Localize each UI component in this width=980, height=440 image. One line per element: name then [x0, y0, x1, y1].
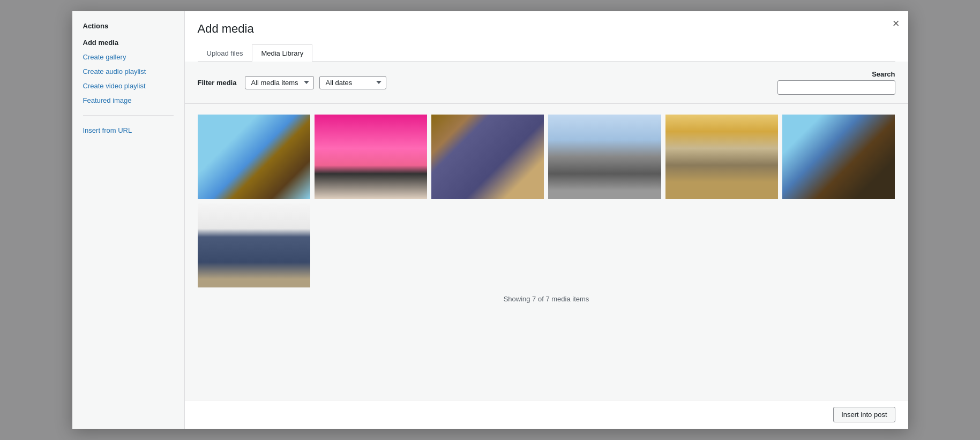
- main-header: Add media Upload files Media Library: [185, 11, 908, 62]
- modal-footer: Insert into post: [185, 400, 908, 429]
- media-item[interactable]: [315, 115, 427, 199]
- modal-body: Actions Add media Create gallery Create …: [72, 11, 908, 429]
- media-grid: [198, 115, 895, 287]
- media-type-filter[interactable]: All media items Images Audio Video Docum…: [245, 76, 314, 89]
- media-item[interactable]: [548, 115, 661, 199]
- media-item[interactable]: [198, 203, 310, 288]
- media-status: Showing 7 of 7 media items: [198, 287, 895, 310]
- sidebar-divider: [83, 115, 174, 116]
- media-item[interactable]: [198, 115, 310, 199]
- date-filter[interactable]: All dates January 2024 February 2024 Mar…: [319, 76, 386, 89]
- main-content: Add media Upload files Media Library Fil…: [185, 11, 908, 429]
- sidebar-item-insert-from-url[interactable]: Insert from URL: [72, 123, 184, 138]
- media-item[interactable]: [665, 115, 778, 199]
- search-input[interactable]: [777, 80, 895, 95]
- tab-media-library[interactable]: Media Library: [252, 44, 312, 62]
- insert-into-post-button[interactable]: Insert into post: [833, 407, 895, 422]
- sidebar-item-create-gallery[interactable]: Create gallery: [72, 50, 184, 64]
- search-section: Search: [777, 70, 895, 95]
- close-button[interactable]: ×: [893, 18, 900, 29]
- media-item[interactable]: [782, 115, 895, 199]
- filter-bar: Filter media All media items Images Audi…: [185, 62, 908, 104]
- sidebar: Actions Add media Create gallery Create …: [72, 11, 185, 429]
- page-title: Add media: [198, 22, 895, 36]
- filter-label: Filter media: [198, 79, 237, 87]
- sidebar-item-featured-image[interactable]: Featured image: [72, 93, 184, 108]
- tab-upload-files[interactable]: Upload files: [198, 44, 252, 62]
- modal-overlay: × Actions Add media Create gallery Creat…: [0, 0, 980, 440]
- search-label: Search: [872, 70, 895, 78]
- add-media-modal: × Actions Add media Create gallery Creat…: [72, 11, 908, 429]
- sidebar-item-create-video-playlist[interactable]: Create video playlist: [72, 79, 184, 93]
- sidebar-item-add-media[interactable]: Add media: [72, 35, 184, 50]
- tabs: Upload files Media Library: [198, 44, 895, 62]
- media-grid-container[interactable]: Showing 7 of 7 media items: [185, 104, 908, 400]
- sidebar-nav: Add media Create gallery Create audio pl…: [72, 35, 184, 138]
- sidebar-item-create-audio-playlist[interactable]: Create audio playlist: [72, 64, 184, 79]
- sidebar-actions-label: Actions: [72, 22, 184, 35]
- media-item[interactable]: [431, 115, 544, 199]
